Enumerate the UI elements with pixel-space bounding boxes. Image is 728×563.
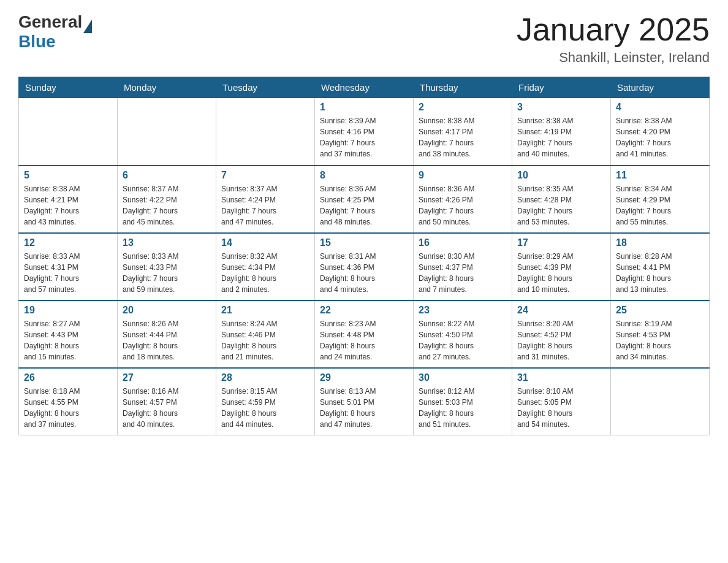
title-block: January 2025 Shankill, Leinster, Ireland — [517, 12, 710, 66]
day-number: 12 — [24, 237, 112, 248]
day-cell: 29Sunrise: 8:13 AMSunset: 5:01 PMDayligh… — [315, 368, 414, 435]
day-number: 14 — [221, 237, 309, 248]
day-cell: 5Sunrise: 8:38 AMSunset: 4:21 PMDaylight… — [19, 166, 118, 233]
day-number: 24 — [517, 305, 605, 316]
day-number: 8 — [320, 170, 408, 181]
day-info: Sunrise: 8:33 AMSunset: 4:31 PMDaylight:… — [24, 251, 112, 295]
week-row-5: 26Sunrise: 8:18 AMSunset: 4:55 PMDayligh… — [19, 368, 710, 435]
day-info: Sunrise: 8:38 AMSunset: 4:17 PMDaylight:… — [419, 115, 507, 159]
day-info: Sunrise: 8:26 AMSunset: 4:44 PMDaylight:… — [123, 318, 211, 362]
day-cell: 8Sunrise: 8:36 AMSunset: 4:25 PMDaylight… — [315, 166, 414, 233]
day-info: Sunrise: 8:36 AMSunset: 4:26 PMDaylight:… — [419, 183, 507, 228]
header-day-monday: Monday — [118, 77, 216, 98]
week-row-4: 19Sunrise: 8:27 AMSunset: 4:43 PMDayligh… — [19, 301, 710, 368]
calendar-subtitle: Shankill, Leinster, Ireland — [517, 50, 710, 66]
calendar-header: SundayMondayTuesdayWednesdayThursdayFrid… — [19, 77, 710, 98]
day-cell: 23Sunrise: 8:22 AMSunset: 4:50 PMDayligh… — [414, 301, 512, 368]
day-number: 17 — [517, 237, 605, 248]
day-number: 16 — [419, 237, 507, 248]
day-cell — [118, 98, 216, 166]
day-info: Sunrise: 8:30 AMSunset: 4:37 PMDaylight:… — [419, 251, 507, 295]
day-cell: 10Sunrise: 8:35 AMSunset: 4:28 PMDayligh… — [512, 166, 611, 233]
day-info: Sunrise: 8:22 AMSunset: 4:50 PMDaylight:… — [419, 318, 507, 362]
day-cell: 26Sunrise: 8:18 AMSunset: 4:55 PMDayligh… — [19, 368, 118, 435]
day-cell: 1Sunrise: 8:39 AMSunset: 4:16 PMDaylight… — [315, 98, 414, 166]
logo-triangle-icon — [83, 20, 92, 33]
day-cell: 15Sunrise: 8:31 AMSunset: 4:36 PMDayligh… — [315, 233, 414, 301]
day-number: 5 — [24, 170, 112, 181]
day-cell: 24Sunrise: 8:20 AMSunset: 4:52 PMDayligh… — [512, 301, 611, 368]
week-row-2: 5Sunrise: 8:38 AMSunset: 4:21 PMDaylight… — [19, 166, 710, 233]
logo-block: General Blue — [18, 12, 92, 52]
day-number: 31 — [517, 372, 605, 383]
day-cell: 31Sunrise: 8:10 AMSunset: 5:05 PMDayligh… — [512, 368, 611, 435]
day-cell: 4Sunrise: 8:38 AMSunset: 4:20 PMDaylight… — [611, 98, 710, 166]
page-header: General Blue January 2025 Shankill, Lein… — [18, 12, 710, 66]
day-number: 22 — [320, 305, 408, 316]
day-number: 23 — [419, 305, 507, 316]
day-info: Sunrise: 8:33 AMSunset: 4:33 PMDaylight:… — [123, 251, 211, 295]
day-info: Sunrise: 8:27 AMSunset: 4:43 PMDaylight:… — [24, 318, 112, 362]
day-cell: 3Sunrise: 8:38 AMSunset: 4:19 PMDaylight… — [512, 98, 611, 166]
day-number: 7 — [221, 170, 309, 181]
calendar-title: January 2025 — [517, 12, 710, 47]
day-number: 3 — [517, 102, 605, 113]
day-number: 15 — [320, 237, 408, 248]
day-cell: 25Sunrise: 8:19 AMSunset: 4:53 PMDayligh… — [611, 301, 710, 368]
header-day-thursday: Thursday — [414, 77, 512, 98]
day-info: Sunrise: 8:15 AMSunset: 4:59 PMDaylight:… — [221, 386, 309, 430]
day-cell: 13Sunrise: 8:33 AMSunset: 4:33 PMDayligh… — [118, 233, 216, 301]
day-number: 2 — [419, 102, 507, 113]
day-info: Sunrise: 8:12 AMSunset: 5:03 PMDaylight:… — [419, 386, 507, 430]
logo-line1: General — [18, 12, 92, 32]
day-number: 20 — [123, 305, 211, 316]
day-cell: 12Sunrise: 8:33 AMSunset: 4:31 PMDayligh… — [19, 233, 118, 301]
day-cell: 28Sunrise: 8:15 AMSunset: 4:59 PMDayligh… — [216, 368, 315, 435]
day-number: 1 — [320, 102, 408, 113]
day-cell: 2Sunrise: 8:38 AMSunset: 4:17 PMDaylight… — [414, 98, 512, 166]
day-info: Sunrise: 8:37 AMSunset: 4:24 PMDaylight:… — [221, 183, 309, 228]
header-row: SundayMondayTuesdayWednesdayThursdayFrid… — [19, 77, 710, 98]
day-number: 29 — [320, 372, 408, 383]
day-cell: 9Sunrise: 8:36 AMSunset: 4:26 PMDaylight… — [414, 166, 512, 233]
day-info: Sunrise: 8:32 AMSunset: 4:34 PMDaylight:… — [221, 251, 309, 295]
day-info: Sunrise: 8:36 AMSunset: 4:25 PMDaylight:… — [320, 183, 408, 228]
day-info: Sunrise: 8:23 AMSunset: 4:48 PMDaylight:… — [320, 318, 408, 362]
day-number: 19 — [24, 305, 112, 316]
day-cell: 7Sunrise: 8:37 AMSunset: 4:24 PMDaylight… — [216, 166, 315, 233]
day-cell — [19, 98, 118, 166]
week-row-3: 12Sunrise: 8:33 AMSunset: 4:31 PMDayligh… — [19, 233, 710, 301]
day-number: 27 — [123, 372, 211, 383]
day-cell: 11Sunrise: 8:34 AMSunset: 4:29 PMDayligh… — [611, 166, 710, 233]
day-number: 28 — [221, 372, 309, 383]
day-cell: 6Sunrise: 8:37 AMSunset: 4:22 PMDaylight… — [118, 166, 216, 233]
day-cell: 16Sunrise: 8:30 AMSunset: 4:37 PMDayligh… — [414, 233, 512, 301]
day-number: 6 — [123, 170, 211, 181]
day-number: 25 — [616, 305, 704, 316]
header-day-sunday: Sunday — [19, 77, 118, 98]
day-info: Sunrise: 8:28 AMSunset: 4:41 PMDaylight:… — [616, 251, 704, 295]
day-info: Sunrise: 8:16 AMSunset: 4:57 PMDaylight:… — [123, 386, 211, 430]
day-info: Sunrise: 8:18 AMSunset: 4:55 PMDaylight:… — [24, 386, 112, 430]
day-cell: 19Sunrise: 8:27 AMSunset: 4:43 PMDayligh… — [19, 301, 118, 368]
day-cell — [216, 98, 315, 166]
logo-text-blue: Blue — [18, 32, 92, 52]
logo: General Blue — [18, 12, 92, 52]
day-info: Sunrise: 8:19 AMSunset: 4:53 PMDaylight:… — [616, 318, 704, 362]
day-info: Sunrise: 8:35 AMSunset: 4:28 PMDaylight:… — [517, 183, 605, 228]
calendar-body: 1Sunrise: 8:39 AMSunset: 4:16 PMDaylight… — [19, 98, 710, 435]
day-number: 4 — [616, 102, 704, 113]
day-number: 10 — [517, 170, 605, 181]
header-day-tuesday: Tuesday — [216, 77, 315, 98]
day-number: 11 — [616, 170, 704, 181]
day-number: 13 — [123, 237, 211, 248]
day-cell: 30Sunrise: 8:12 AMSunset: 5:03 PMDayligh… — [414, 368, 512, 435]
day-info: Sunrise: 8:38 AMSunset: 4:21 PMDaylight:… — [24, 183, 112, 228]
day-info: Sunrise: 8:38 AMSunset: 4:20 PMDaylight:… — [616, 115, 704, 159]
day-info: Sunrise: 8:38 AMSunset: 4:19 PMDaylight:… — [517, 115, 605, 159]
day-info: Sunrise: 8:13 AMSunset: 5:01 PMDaylight:… — [320, 386, 408, 430]
day-info: Sunrise: 8:29 AMSunset: 4:39 PMDaylight:… — [517, 251, 605, 295]
day-info: Sunrise: 8:24 AMSunset: 4:46 PMDaylight:… — [221, 318, 309, 362]
day-number: 30 — [419, 372, 507, 383]
day-number: 21 — [221, 305, 309, 316]
